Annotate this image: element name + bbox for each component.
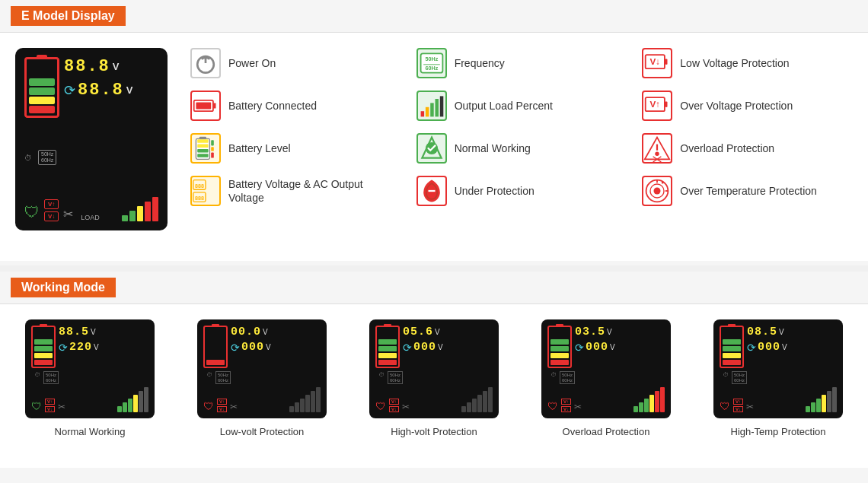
mode-display-lowvolt: 00.0 V ⟳ 000 V ⏱ 50Hz60Hz — [197, 319, 327, 418]
bat-sm-bar-ol1 — [550, 339, 569, 345]
mode-bottom-overload: 🛡 V↑ V↓ ✂ — [547, 387, 665, 412]
mode-badge-v1-highvolt: V↑ — [389, 399, 399, 405]
overload-protection-icon — [643, 135, 671, 162]
mode-badges-highvolt: V↑ V↓ — [389, 399, 399, 412]
mode-bar-1-overload — [633, 406, 638, 412]
emodel-section: E Model Display 88.8 V ⟳ — [0, 0, 868, 261]
mode-bar-4-normal — [133, 395, 138, 412]
bat-sm-bar-1 — [34, 339, 53, 345]
svg-text:V↓: V↓ — [650, 56, 661, 66]
working-mode-title: Working Mode — [11, 278, 116, 297]
mode-num-row-1-normal: 88.5 V — [59, 326, 99, 338]
mode-num-2-overload: 000 — [586, 341, 608, 354]
svg-rect-13 — [420, 111, 424, 116]
lcd-bars — [122, 197, 158, 221]
mode-bar-2-lowvolt — [295, 402, 299, 412]
mode-bottom-lowvolt: 🛡 V↑ V↓ ✂ — [203, 387, 321, 412]
mode-num-1-hightemp: 08.5 — [747, 326, 777, 338]
lcd-numbers: 88.8 V ⟳ 88.8 V — [64, 57, 132, 118]
mode-badge-v1-lowvolt: V↑ — [217, 399, 227, 405]
battery-voltage-label: Battery Voltage & AC Output Voltage — [228, 177, 401, 205]
mode-tools-overload: ✂ — [574, 402, 582, 412]
mode-unit-2-hightemp: V — [782, 343, 787, 351]
lcd-unit-2: V — [126, 84, 133, 96]
over-voltage-icon-box: V↑ ! — [642, 91, 672, 121]
bat-sm-bar-ht3 — [723, 353, 741, 358]
working-mode-section: Working Mode 88.5 V — [0, 272, 868, 468]
mode-num-row-2-normal: ⟳ 220 V — [59, 341, 99, 354]
mode-charge-icon-highvolt: ⟳ — [403, 342, 412, 354]
bat-sm-bar-lowvolt — [206, 360, 225, 365]
bat-sm-hightemp — [720, 326, 744, 368]
mode-bar-2-hightemp — [811, 402, 815, 412]
frequency-label: Frequency — [455, 56, 505, 70]
battery-connected-icon — [192, 92, 219, 119]
lcd-display: 88.8 V ⟳ 88.8 V ⏱ 50Hz 60Hz — [15, 48, 168, 230]
mode-bar-6-highvolt — [488, 387, 493, 412]
mode-badges-hightemp: V↑ V↓ — [733, 399, 743, 412]
bat-sm-highvolt — [375, 326, 400, 368]
battery-voltage-icon: 888 888 — [192, 177, 219, 205]
bat-sm-bar-ht4 — [723, 360, 741, 365]
mode-num-row-2-hightemp: ⟳ 000 V — [747, 341, 787, 354]
svg-rect-24 — [197, 154, 208, 157]
mode-unit-1-hightemp: V — [779, 328, 784, 336]
lcd-shield-icon: 🛡 — [24, 204, 40, 221]
bat-sm-bar-ol3 — [550, 353, 569, 358]
mode-bar-4-highvolt — [477, 395, 482, 412]
low-voltage-protection-icon: V↓ ! — [643, 49, 671, 77]
svg-rect-17 — [439, 96, 443, 116]
mode-unit-1-highvolt: V — [435, 328, 440, 336]
emodel-header: E Model Display — [0, 0, 868, 33]
mode-bar-2-normal — [123, 402, 127, 412]
bat-sm-bar-h2 — [378, 346, 397, 351]
mode-bar-3-overload — [644, 399, 649, 412]
mode-freq-highvolt: 50Hz60Hz — [388, 371, 403, 384]
lcd-tools-icon: ✂ — [63, 207, 73, 221]
mode-label-normal: Normal Working — [55, 426, 126, 437]
lcd-badges: V↑ V↓ — [44, 199, 59, 221]
svg-rect-16 — [435, 99, 439, 116]
mode-nums-normal: 88.5 V ⟳ 220 V — [59, 326, 99, 368]
mode-bar-2-overload — [639, 402, 643, 412]
mode-bar-5-hightemp — [827, 391, 831, 412]
icon-item-under-protection: Under Protection — [416, 176, 627, 206]
mode-bottom-highvolt: 🛡 V↑ V↓ ✂ — [375, 387, 493, 412]
mode-bars-normal — [117, 387, 148, 412]
frequency-icon: 50Hz 60Hz — [418, 49, 445, 77]
under-protection-icon-box — [416, 176, 447, 206]
mode-label-overload: Overload Protection — [563, 426, 650, 437]
icon-item-power-on: Power On — [190, 48, 401, 78]
mode-num-2-highvolt: 000 — [413, 341, 436, 354]
lcd-badge-v2: V↓ — [44, 211, 59, 221]
icon-item-normal-working: Normal Working — [416, 133, 627, 164]
svg-rect-29 — [211, 147, 214, 151]
icon-item-battery-level: Battery Level — [190, 133, 401, 164]
mode-top-lowvolt: 00.0 V ⟳ 000 V — [203, 326, 321, 368]
svg-point-33 — [656, 152, 659, 156]
svg-text:888: 888 — [195, 195, 204, 202]
mode-shield-normal: 🛡 — [31, 400, 42, 412]
mode-num-row-2-highvolt: ⟳ 000 V — [403, 341, 443, 354]
battery-connected-label: Battery Connected — [228, 99, 317, 113]
svg-rect-30 — [211, 140, 214, 145]
mode-badge-v2-overload: V↓ — [561, 406, 571, 412]
mode-bar-5-overload — [655, 391, 659, 412]
svg-point-44 — [654, 188, 661, 195]
mode-item-hightemp: 08.5 V ⟳ 000 V ⏱ 50Hz60Hz — [713, 319, 843, 437]
mode-display-normal: 88.5 V ⟳ 220 V ⏱ 50Hz60Hz — [25, 319, 155, 418]
lcd-num-row-2: ⟳ 88.8 V — [64, 81, 132, 100]
mode-clock-normal: ⏱ — [34, 371, 40, 384]
mode-clock-hightemp: ⏱ — [723, 371, 729, 384]
bat-sm-overload — [547, 326, 572, 368]
mode-charge-icon-lowvolt: ⟳ — [231, 342, 240, 354]
mode-badge-v1-hightemp: V↑ — [733, 399, 743, 405]
mode-charge-icon-normal: ⟳ — [59, 342, 68, 354]
mode-num-row-2-lowvolt: ⟳ 000 V — [231, 341, 271, 354]
lcd-bar-5 — [152, 197, 158, 221]
mode-tools-hightemp: ✂ — [746, 402, 754, 412]
mode-bar-3-normal — [128, 399, 132, 412]
mode-top-highvolt: 05.6 V ⟳ 000 V — [375, 326, 493, 368]
bat-sm-bar-h4 — [378, 360, 397, 365]
charge-icon: ⟳ — [64, 82, 75, 99]
